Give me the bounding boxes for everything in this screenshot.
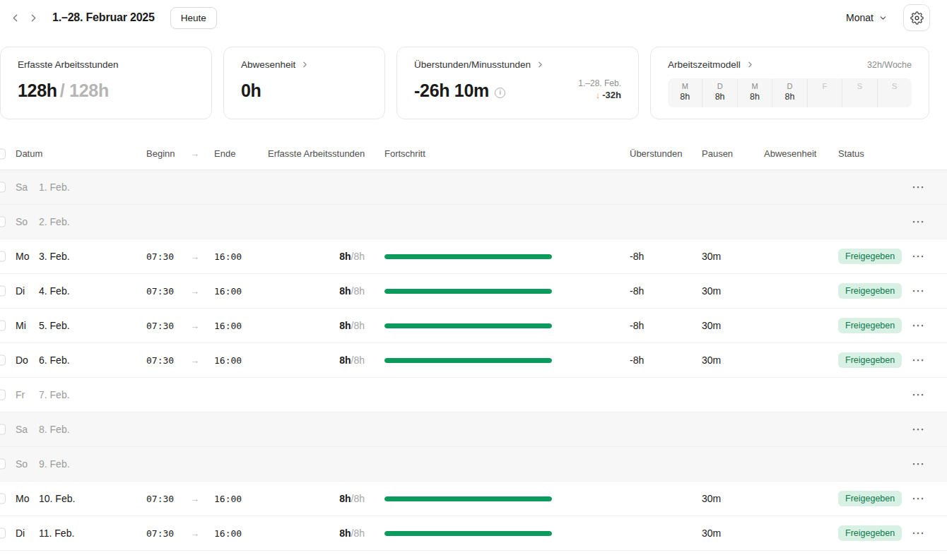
table-row: Mi 5. Feb. 07:30 → 16:00 8h/8h -8h 30m F…: [0, 309, 947, 343]
view-selector[interactable]: Monat: [846, 12, 888, 23]
row-end-time: 16:00: [214, 286, 268, 297]
arrow-right-icon: →: [189, 251, 214, 262]
summary-cards: Erfasste Arbeitsstunden 128h/ 128h Abwes…: [0, 47, 929, 119]
row-checkbox[interactable]: [0, 251, 6, 262]
arrow-right-icon: →: [189, 355, 214, 366]
info-glyph: i: [499, 89, 500, 96]
schedule-day-label: D: [702, 82, 736, 90]
row-end-time: 16:00: [214, 321, 268, 331]
row-progress-cell: [365, 531, 614, 536]
row-status-cell: Freigegeben: [838, 318, 907, 333]
table-row: So 2. Feb. ⋯: [0, 205, 947, 239]
row-menu-button[interactable]: ⋯: [907, 492, 947, 505]
select-all-checkbox[interactable]: [0, 148, 6, 159]
status-badge: Freigegeben: [838, 318, 902, 333]
info-icon[interactable]: i: [495, 88, 505, 98]
row-status-cell: Freigegeben: [838, 491, 907, 506]
row-weekday: Mo: [16, 251, 39, 262]
overtime-value: -26h 10mi: [414, 81, 505, 101]
row-menu-button[interactable]: ⋯: [907, 458, 947, 470]
status-badge: Freigegeben: [838, 352, 902, 368]
row-checkbox[interactable]: [0, 424, 6, 435]
schedule-day-label: F: [808, 82, 842, 90]
card-erfasste-arbeitsstunden: Erfasste Arbeitsstunden 128h/ 128h: [0, 47, 212, 119]
schedule-day: M 8h: [668, 78, 702, 107]
row-checkbox[interactable]: [0, 182, 6, 193]
schedule-day-label: M: [738, 82, 772, 90]
schedule-day-label: D: [772, 82, 806, 90]
row-end-time: 16:00: [214, 355, 268, 366]
worked-card-title-text: Erfasste Arbeitsstunden: [18, 59, 119, 70]
row-checkbox[interactable]: [0, 459, 6, 470]
table-row: Mo 10. Feb. 07:30 → 16:00 8h/8h 30m Frei…: [0, 482, 947, 516]
row-menu-button[interactable]: ⋯: [907, 527, 947, 540]
arrow-right-icon: →: [189, 494, 214, 504]
progress-fill: [384, 323, 552, 328]
schedule-day: D 8h: [702, 78, 736, 107]
row-checkbox[interactable]: [0, 217, 6, 227]
col-pausen: Pausen: [702, 148, 764, 159]
row-weekday: Sa: [16, 424, 39, 435]
schedule-day-hours: 8h: [668, 92, 702, 102]
schedule-card-link[interactable]: Arbeitszeitmodell: [668, 59, 755, 70]
row-menu-button[interactable]: ⋯: [907, 423, 947, 436]
row-status-cell: Freigegeben: [838, 525, 907, 541]
status-badge: Freigegeben: [838, 525, 902, 541]
row-worked-hours: 8h/8h: [268, 251, 365, 262]
worked-card-title: Erfasste Arbeitsstunden: [18, 59, 194, 70]
table-body: Sa 1. Feb. ⋯ So 2. Feb. ⋯ Mo 3. Feb. 07:…: [0, 170, 947, 551]
schedule-card-title-text: Arbeitszeitmodell: [668, 59, 741, 70]
row-menu-button[interactable]: ⋯: [907, 285, 947, 297]
absence-value: 0h: [241, 81, 367, 101]
row-worked-hours: 8h/8h: [268, 528, 365, 539]
row-menu-button[interactable]: ⋯: [907, 319, 947, 332]
row-date: 1. Feb.: [39, 181, 146, 193]
schedule-day-hours: 8h: [702, 92, 736, 102]
schedule-day-label: M: [668, 82, 702, 90]
chevron-down-icon: [878, 13, 888, 23]
overtime-delta: ↓-32h: [578, 90, 621, 100]
row-menu-button[interactable]: ⋯: [907, 215, 947, 228]
col-erfasste: Erfasste Arbeitsstunden: [268, 148, 365, 159]
prev-period-button[interactable]: [6, 8, 24, 27]
row-checkbox[interactable]: [0, 390, 6, 400]
row-progress-cell: [365, 323, 614, 328]
row-menu-button[interactable]: ⋯: [907, 250, 947, 263]
row-menu-button[interactable]: ⋯: [907, 181, 947, 193]
progress-bar: [384, 358, 552, 363]
table-row: Di 4. Feb. 07:30 → 16:00 8h/8h -8h 30m F…: [0, 274, 947, 309]
chevron-right-icon: [536, 60, 545, 69]
row-overtime: -8h: [614, 320, 702, 331]
schedule-day-hours: [878, 92, 912, 102]
next-period-button[interactable]: [24, 8, 42, 27]
table-row: Di 11. Feb. 07:30 → 16:00 8h/8h 30m Frei…: [0, 516, 947, 551]
row-weekday: So: [16, 216, 39, 227]
progress-fill: [384, 358, 552, 363]
row-pause: 30m: [702, 251, 764, 262]
worked-hours-value: 128h/ 128h: [18, 81, 194, 101]
weekly-hours: 32h/Woche: [867, 60, 912, 70]
row-checkbox[interactable]: [0, 286, 6, 297]
arrow-right-icon: →: [189, 286, 214, 297]
table-header: Datum Beginn → Ende Erfasste Arbeitsstun…: [0, 138, 947, 170]
row-checkbox[interactable]: [0, 528, 6, 539]
row-menu-button[interactable]: ⋯: [907, 354, 947, 367]
overtime-delta-value: -32h: [602, 90, 621, 100]
table-row: So 9. Feb. ⋯: [0, 447, 947, 482]
overtime-card-link[interactable]: Überstunden/Minusstunden: [414, 59, 621, 70]
absence-card-link[interactable]: Abwesenheit: [241, 59, 367, 70]
row-checkbox[interactable]: [0, 321, 6, 331]
progress-bar: [384, 254, 552, 259]
settings-button[interactable]: [903, 4, 930, 31]
progress-fill: [384, 254, 552, 259]
overtime-card-title-text: Überstunden/Minusstunden: [414, 59, 531, 70]
row-date: 10. Feb.: [39, 493, 146, 504]
row-date: 3. Feb.: [39, 251, 146, 262]
today-button[interactable]: Heute: [170, 7, 217, 29]
row-checkbox[interactable]: [0, 355, 6, 366]
row-status-cell: Freigegeben: [838, 352, 907, 368]
gear-icon: [910, 11, 924, 25]
row-checkbox[interactable]: [0, 494, 6, 504]
row-progress-cell: [365, 289, 614, 294]
row-menu-button[interactable]: ⋯: [907, 388, 947, 401]
